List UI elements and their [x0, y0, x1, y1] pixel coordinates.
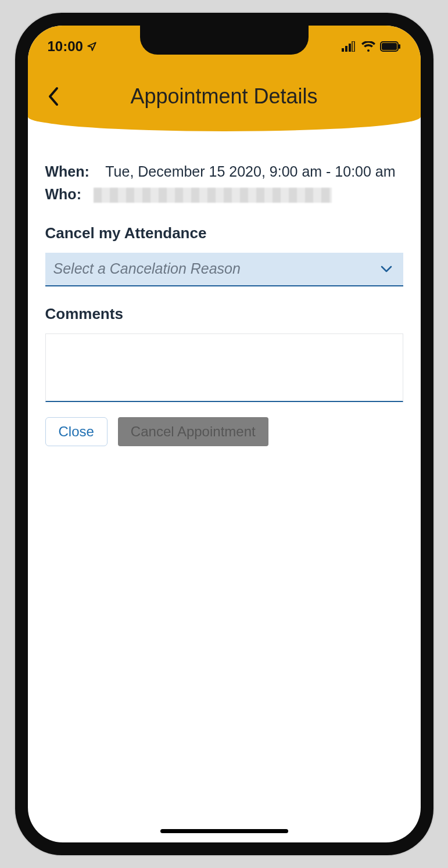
svg-rect-2	[349, 44, 351, 52]
comments-section-title: Comments	[45, 305, 403, 323]
svg-rect-6	[399, 44, 400, 49]
svg-rect-3	[352, 41, 354, 52]
button-row: Close Cancel Appointment	[45, 417, 403, 446]
svg-rect-0	[342, 48, 344, 52]
location-icon	[87, 41, 97, 52]
home-indicator[interactable]	[160, 829, 288, 833]
wifi-icon	[361, 41, 375, 52]
who-row: Who:	[45, 183, 403, 206]
chevron-down-icon	[380, 265, 393, 273]
cellular-icon	[342, 41, 357, 52]
when-row: When: Tue, December 15 2020, 9:00 am - 1…	[45, 160, 403, 183]
back-button[interactable]	[42, 85, 65, 108]
cancelation-reason-select[interactable]: Select a Cancelation Reason	[45, 253, 403, 286]
svg-rect-1	[345, 46, 347, 52]
who-value-redacted	[94, 188, 332, 203]
cancel-section-title: Cancel my Attendance	[45, 224, 403, 242]
chevron-left-icon	[46, 86, 60, 107]
comments-input[interactable]	[45, 333, 403, 402]
when-value: Tue, December 15 2020, 9:00 am - 10:00 a…	[105, 163, 395, 180]
battery-icon	[380, 41, 401, 52]
select-placeholder: Select a Cancelation Reason	[53, 260, 241, 277]
page-header: Appointment Details	[28, 62, 421, 131]
status-time: 10:00	[48, 38, 83, 55]
svg-rect-5	[382, 43, 397, 50]
cancel-appointment-button[interactable]: Cancel Appointment	[118, 417, 268, 446]
page-title: Appointment Details	[65, 84, 384, 109]
when-label: When:	[45, 163, 89, 180]
content-area: When: Tue, December 15 2020, 9:00 am - 1…	[28, 131, 421, 446]
who-label: Who:	[45, 186, 81, 202]
phone-screen: 10:00 Appointment Detai	[28, 26, 421, 842]
phone-notch	[140, 26, 309, 55]
phone-frame: 10:00 Appointment Detai	[15, 13, 433, 855]
close-button[interactable]: Close	[45, 417, 107, 446]
